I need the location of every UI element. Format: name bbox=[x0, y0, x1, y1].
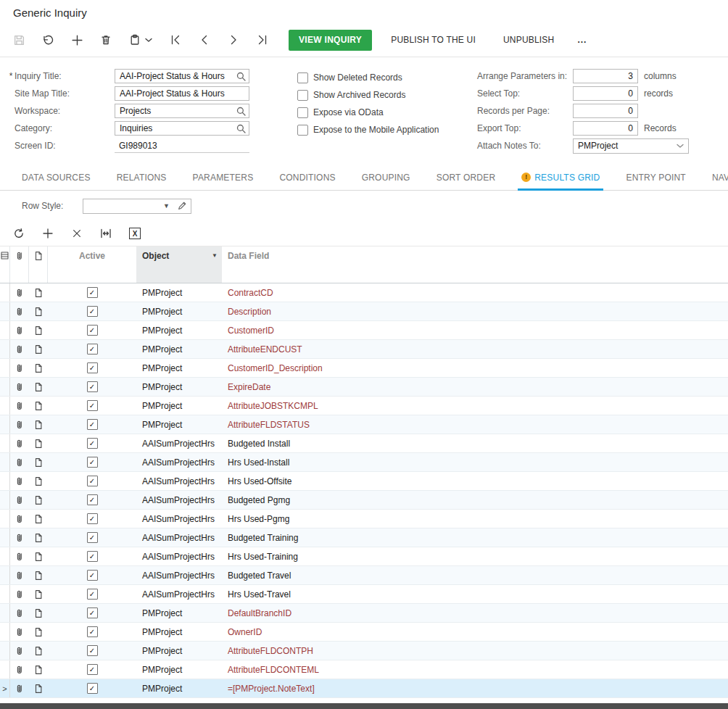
data-field-cell[interactable]: Budgeted Pgmg bbox=[222, 491, 728, 509]
attachment-cell[interactable] bbox=[10, 397, 29, 415]
table-row[interactable]: PMProject AttributeFLDSTATUS bbox=[0, 415, 728, 434]
object-cell[interactable]: PMProject bbox=[136, 679, 222, 697]
object-cell[interactable]: PMProject bbox=[136, 660, 222, 679]
note-cell[interactable] bbox=[29, 453, 48, 471]
active-checkbox[interactable] bbox=[87, 551, 98, 562]
table-row[interactable]: PMProject AttributeFLDCONTPH bbox=[0, 642, 728, 660]
delete-row-button[interactable] bbox=[62, 224, 91, 243]
data-field-cell[interactable]: DefaultBranchID bbox=[222, 604, 728, 622]
object-cell[interactable]: PMProject bbox=[136, 359, 222, 377]
table-row[interactable]: AAISumProjectHrs Budgeted Pgmg bbox=[0, 491, 728, 510]
table-row[interactable]: PMProject CustomerID bbox=[0, 321, 728, 340]
refresh-button[interactable] bbox=[4, 224, 33, 243]
active-checkbox[interactable] bbox=[87, 306, 98, 317]
table-row[interactable]: PMProject ContractCD bbox=[0, 283, 728, 302]
data-field-cell[interactable]: Budgeted Install bbox=[222, 434, 728, 452]
active-column-header[interactable]: Active bbox=[48, 246, 136, 283]
row-selector-cell[interactable] bbox=[0, 321, 10, 339]
table-row[interactable]: PMProject AttributeFLDCONTEML bbox=[0, 660, 728, 679]
active-checkbox[interactable] bbox=[87, 325, 98, 336]
table-row[interactable]: PMProject CustomerID_Description bbox=[0, 359, 728, 378]
first-record-button[interactable] bbox=[161, 29, 190, 51]
table-row[interactable]: PMProject DefaultBranchID bbox=[0, 604, 728, 623]
note-cell[interactable] bbox=[29, 397, 48, 415]
active-cell[interactable] bbox=[48, 528, 136, 547]
active-checkbox[interactable] bbox=[87, 494, 98, 505]
active-checkbox[interactable] bbox=[87, 457, 98, 468]
active-cell[interactable] bbox=[48, 283, 136, 302]
object-cell[interactable]: PMProject bbox=[136, 604, 222, 622]
object-cell[interactable]: AAISumProjectHrs bbox=[136, 491, 222, 509]
undo-button[interactable] bbox=[33, 29, 62, 51]
note-cell[interactable] bbox=[29, 642, 48, 660]
data-field-cell[interactable]: Budgeted Travel bbox=[222, 566, 728, 584]
data-field-cell[interactable]: Description bbox=[222, 302, 728, 320]
object-cell[interactable]: PMProject bbox=[136, 321, 222, 339]
active-cell[interactable] bbox=[48, 378, 136, 396]
row-selector-cell[interactable] bbox=[0, 453, 10, 471]
table-row[interactable]: AAISumProjectHrs Budgeted Install bbox=[0, 434, 728, 453]
records-per-page-input[interactable]: 0 bbox=[573, 104, 638, 118]
note-cell[interactable] bbox=[29, 359, 48, 377]
active-checkbox[interactable] bbox=[87, 476, 98, 486]
row-selector-cell[interactable] bbox=[0, 340, 10, 358]
tab-sort-order[interactable]: SORT ORDER bbox=[437, 165, 496, 190]
note-cell[interactable] bbox=[29, 547, 48, 565]
fit-to-screen-button[interactable] bbox=[91, 224, 120, 243]
data-field-cell[interactable]: AttributeFLDSTATUS bbox=[222, 415, 728, 434]
table-row[interactable]: AAISumProjectHrs Hrs Used-Offsite bbox=[0, 472, 728, 491]
table-row[interactable]: AAISumProjectHrs Hrs Used-Training bbox=[0, 547, 728, 566]
row-selector-cell[interactable] bbox=[0, 283, 10, 302]
note-cell[interactable] bbox=[29, 283, 48, 302]
tab-data-sources[interactable]: DATA SOURCES bbox=[22, 165, 91, 190]
attachment-cell[interactable] bbox=[10, 510, 29, 528]
note-cell[interactable] bbox=[29, 566, 48, 584]
active-checkbox[interactable] bbox=[87, 645, 98, 656]
data-field-column-header[interactable]: Data Field bbox=[222, 246, 728, 283]
workspace-field[interactable]: Projects bbox=[115, 104, 249, 118]
note-cell[interactable] bbox=[29, 340, 48, 358]
active-cell[interactable] bbox=[48, 472, 136, 490]
attachment-cell[interactable] bbox=[10, 359, 29, 377]
table-row[interactable]: PMProject Description bbox=[0, 302, 728, 321]
data-field-cell[interactable]: AttributeENDCUST bbox=[222, 340, 728, 358]
attachment-cell[interactable] bbox=[10, 623, 29, 641]
object-cell[interactable]: PMProject bbox=[136, 283, 222, 302]
object-cell[interactable]: PMProject bbox=[136, 378, 222, 396]
active-cell[interactable] bbox=[48, 642, 136, 660]
active-cell[interactable] bbox=[48, 434, 136, 452]
active-checkbox[interactable] bbox=[87, 400, 98, 411]
attachment-cell[interactable] bbox=[10, 283, 29, 302]
active-checkbox[interactable] bbox=[87, 608, 98, 618]
row-selector-cell[interactable] bbox=[0, 397, 10, 415]
attachment-cell[interactable] bbox=[10, 547, 29, 565]
active-cell[interactable] bbox=[48, 397, 136, 415]
data-field-cell[interactable]: Hrs Used-Offsite bbox=[222, 472, 728, 490]
active-checkbox[interactable] bbox=[87, 589, 98, 600]
active-cell[interactable] bbox=[48, 510, 136, 528]
object-column-header[interactable]: Object ▼ bbox=[136, 246, 222, 283]
row-selector-cell[interactable] bbox=[0, 302, 10, 320]
expose-to-mobile-checkbox[interactable]: Expose to the Mobile Application bbox=[297, 121, 470, 138]
active-cell[interactable] bbox=[48, 321, 136, 339]
table-row[interactable]: PMProject OwnerID bbox=[0, 623, 728, 642]
last-record-button[interactable] bbox=[248, 29, 277, 51]
search-icon[interactable] bbox=[236, 107, 246, 116]
attachment-cell[interactable] bbox=[10, 340, 29, 358]
row-selector-cell[interactable] bbox=[0, 378, 10, 396]
previous-record-button[interactable] bbox=[190, 29, 219, 51]
data-field-cell[interactable]: CustomerID bbox=[222, 321, 728, 339]
save-button[interactable] bbox=[4, 29, 33, 51]
attachment-cell[interactable] bbox=[10, 321, 29, 339]
tab-relations[interactable]: RELATIONS bbox=[117, 165, 167, 190]
active-cell[interactable] bbox=[48, 604, 136, 622]
object-cell[interactable]: PMProject bbox=[136, 642, 222, 660]
data-field-cell[interactable]: =[PMProject.NoteText] bbox=[222, 679, 728, 697]
grid-settings-cell[interactable] bbox=[0, 246, 10, 283]
tab-parameters[interactable]: PARAMETERS bbox=[193, 165, 254, 190]
table-row[interactable]: PMProject AttributeJOBSTKCMPL bbox=[0, 397, 728, 415]
note-cell[interactable] bbox=[29, 415, 48, 434]
note-cell[interactable] bbox=[29, 378, 48, 396]
object-cell[interactable]: PMProject bbox=[136, 302, 222, 320]
table-row[interactable]: > PMProject =[PMProject.NoteText] bbox=[0, 679, 728, 698]
